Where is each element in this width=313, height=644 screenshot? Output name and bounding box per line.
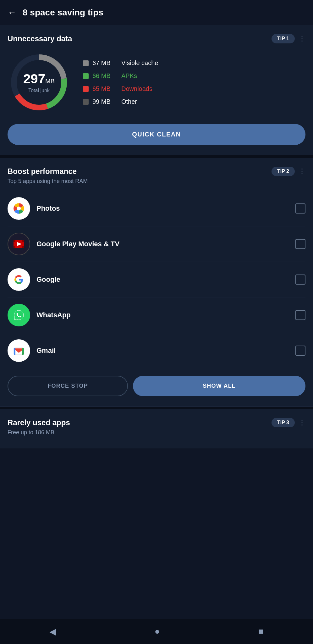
nav-recents-icon[interactable]: ■: [258, 626, 264, 636]
legend-dot-apks: [83, 73, 89, 79]
header: ← 8 space saving tips: [0, 0, 313, 25]
google-app-icon: [8, 268, 30, 291]
legend-size-other: 99 MB: [92, 98, 118, 105]
legend-item-cache: 67 MB Visible cache: [83, 59, 158, 67]
tip3-header: Rarely used apps TIP 3 ⋮: [8, 418, 305, 427]
whatsapp-app-icon: [8, 304, 30, 326]
legend-item-downloads: 65 MB Downloads: [83, 85, 158, 92]
tip1-title: Unnecessary data: [8, 34, 72, 43]
tip1-more-icon[interactable]: ⋮: [299, 35, 305, 43]
navigation-bar: ◀ ● ■: [0, 619, 313, 644]
svg-point-5: [17, 207, 21, 211]
tip2-header: Boost performance TIP 2 ⋮: [8, 167, 305, 176]
app-checkbox-google[interactable]: [295, 275, 305, 285]
tip1-header: Unnecessary data TIP 1 ⋮: [8, 34, 305, 43]
donut-chart: 297MB Total junk: [8, 51, 70, 114]
app-checkbox-whatsapp[interactable]: [295, 310, 305, 320]
page-title: 8 space saving tips: [23, 8, 103, 18]
legend-dot-downloads: [83, 86, 89, 92]
nav-home-icon[interactable]: ●: [155, 626, 160, 636]
legend-name-apks: APKs: [121, 72, 137, 80]
app-name-gmail: Gmail: [36, 347, 295, 355]
app-name-playmovies: Google Play Movies & TV: [36, 240, 295, 248]
tip3-title: Rarely used apps: [8, 418, 70, 427]
tip1-section: Unnecessary data TIP 1 ⋮ 297MB Tot: [0, 25, 313, 155]
legend-dot-cache: [83, 60, 89, 66]
legend-size-cache: 67 MB: [92, 59, 118, 67]
app-name-whatsapp: WhatsApp: [36, 311, 295, 319]
app-item-gmail: Gmail: [8, 333, 305, 368]
svg-rect-8: [14, 240, 15, 242]
tip2-more-icon[interactable]: ⋮: [299, 167, 305, 175]
photos-app-icon: [8, 197, 30, 220]
svg-rect-9: [22, 240, 24, 242]
svg-rect-18: [22, 348, 24, 355]
legend: 67 MB Visible cache 66 MB APKs 65 MB Dow…: [83, 59, 158, 105]
legend-name-cache: Visible cache: [121, 59, 158, 67]
force-stop-button[interactable]: FORCE STOP: [8, 376, 128, 396]
tip3-more-icon[interactable]: ⋮: [299, 419, 305, 427]
tip3-section: Rarely used apps TIP 3 ⋮ Free up to 186 …: [0, 409, 313, 448]
app-item-playmovies: Google Play Movies & TV: [8, 226, 305, 262]
section-separator-2: [0, 407, 313, 409]
show-all-button[interactable]: SHOW ALL: [133, 376, 305, 396]
section-separator: [0, 155, 313, 158]
tip2-badge: TIP 2: [272, 167, 295, 176]
junk-content: 297MB Total junk 67 MB Visible cache 66 …: [8, 51, 305, 114]
quick-clean-button[interactable]: QUICK CLEAN: [8, 124, 305, 145]
gmail-app-icon: [8, 339, 30, 362]
legend-item-other: 99 MB Other: [83, 98, 158, 105]
tip2-section: Boost performance TIP 2 ⋮ Top 5 apps usi…: [0, 158, 313, 407]
tip2-subtitle: Top 5 apps using the most RAM: [8, 178, 305, 185]
legend-name-downloads: Downloads: [121, 85, 152, 92]
app-item-whatsapp: WhatsApp: [8, 297, 305, 333]
svg-rect-11: [22, 246, 24, 248]
donut-unit: MB: [45, 78, 55, 85]
legend-size-downloads: 65 MB: [92, 85, 118, 92]
app-checkbox-photos[interactable]: [295, 203, 305, 214]
app-checkbox-playmovies[interactable]: [295, 239, 305, 249]
app-item-google: Google: [8, 262, 305, 297]
back-button[interactable]: ←: [8, 8, 16, 18]
donut-value: 297: [23, 71, 45, 86]
tip3-subtitle: Free up to 186 MB: [8, 429, 305, 436]
app-list: Photos Google Play Movies & TV: [8, 191, 305, 368]
tip2-title: Boost performance: [8, 167, 77, 176]
legend-size-apks: 66 MB: [92, 72, 118, 80]
legend-item-apks: 66 MB APKs: [83, 72, 158, 80]
legend-name-other: Other: [121, 98, 137, 105]
svg-rect-10: [14, 246, 15, 248]
tip3-badge: TIP 3: [272, 418, 295, 427]
svg-rect-17: [14, 348, 15, 355]
app-name-google: Google: [36, 275, 295, 284]
nav-spacer: [0, 448, 313, 474]
action-buttons: FORCE STOP SHOW ALL: [8, 376, 305, 396]
playmovies-app-icon: [8, 233, 30, 255]
nav-back-icon[interactable]: ◀: [49, 626, 56, 637]
donut-label: Total junk: [23, 88, 55, 93]
app-checkbox-gmail[interactable]: [295, 346, 305, 356]
tip1-badge: TIP 1: [272, 34, 295, 43]
app-name-photos: Photos: [36, 204, 295, 213]
legend-dot-other: [83, 99, 89, 105]
donut-center: 297MB Total junk: [23, 71, 55, 93]
app-item-photos: Photos: [8, 191, 305, 226]
